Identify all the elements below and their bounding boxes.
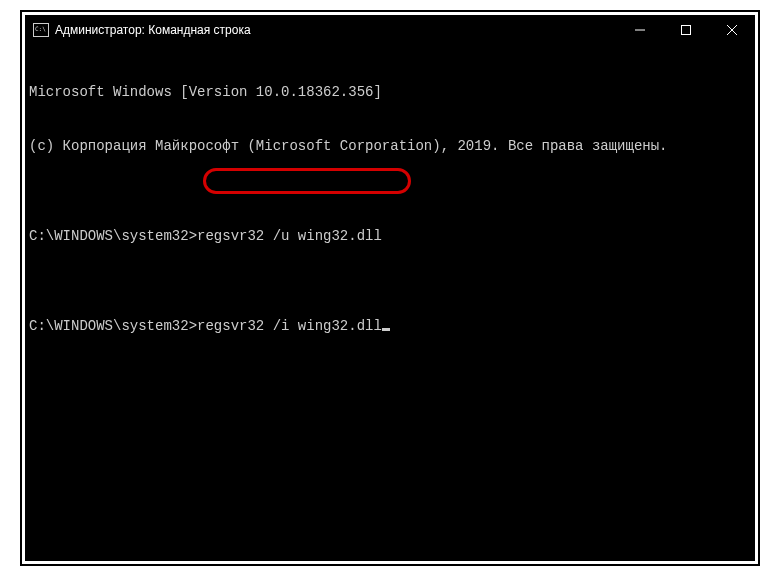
terminal-line: Microsoft Windows [Version 10.0.18362.35…: [29, 83, 751, 101]
close-button[interactable]: [709, 15, 755, 45]
minimize-button[interactable]: [617, 15, 663, 45]
annotation-highlight: [203, 168, 411, 194]
maximize-button[interactable]: [663, 15, 709, 45]
cursor: [382, 328, 390, 331]
window-title: Администратор: Командная строка: [55, 23, 251, 37]
terminal-line: C:\WINDOWS\system32>regsvr32 /u wing32.d…: [29, 227, 751, 245]
terminal-line: C:\WINDOWS\system32>regsvr32 /i wing32.d…: [29, 317, 751, 335]
command-prompt-window: Администратор: Командная строка Microsof…: [25, 15, 755, 561]
window-controls: [617, 15, 755, 45]
cmd-icon: [33, 23, 49, 37]
terminal-line: (c) Корпорация Майкрософт (Microsoft Cor…: [29, 137, 751, 155]
terminal-area[interactable]: Microsoft Windows [Version 10.0.18362.35…: [25, 45, 755, 561]
svg-rect-1: [682, 26, 691, 35]
titlebar[interactable]: Администратор: Командная строка: [25, 15, 755, 45]
screenshot-frame: Администратор: Командная строка Microsof…: [20, 10, 760, 566]
